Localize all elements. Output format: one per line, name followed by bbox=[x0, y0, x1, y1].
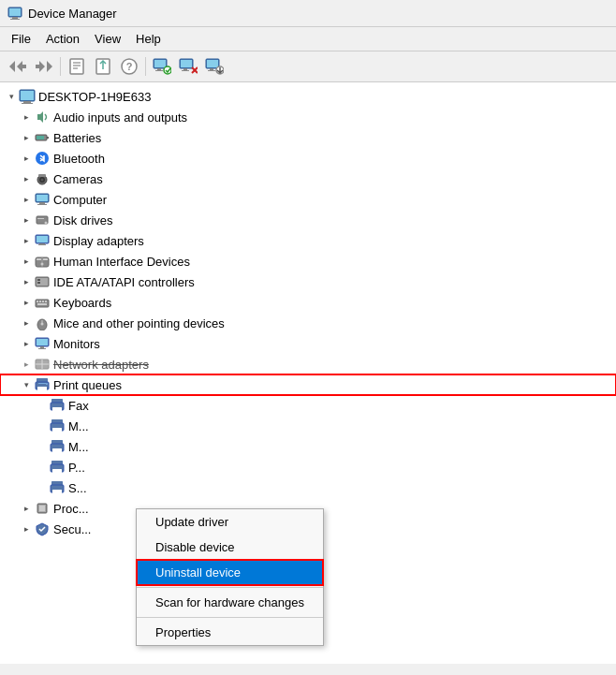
m2-label: M... bbox=[68, 440, 89, 454]
ide-icon bbox=[34, 273, 51, 290]
menu-file[interactable]: File bbox=[4, 29, 38, 49]
root-expand-arrow[interactable] bbox=[4, 89, 19, 104]
toolbar: ? bbox=[0, 51, 616, 82]
processors-expand-arrow[interactable] bbox=[19, 501, 34, 516]
fax-icon bbox=[49, 397, 66, 414]
tree-item-audio[interactable]: Audio inputs and outputs bbox=[0, 107, 616, 127]
computer-icon bbox=[34, 191, 51, 208]
hid-expand-arrow[interactable] bbox=[19, 254, 34, 269]
context-menu-properties[interactable]: Properties bbox=[137, 620, 323, 645]
mice-icon bbox=[34, 315, 51, 331]
tree-item-bluetooth[interactable]: Bluetooth bbox=[0, 148, 616, 169]
network-icon bbox=[34, 356, 51, 373]
monitors-label: Monitors bbox=[53, 337, 100, 351]
tree-item-network[interactable]: Network adapters bbox=[0, 354, 616, 374]
svg-rect-43 bbox=[38, 174, 46, 177]
toolbar-forward-button[interactable] bbox=[32, 54, 56, 79]
menu-help[interactable]: Help bbox=[128, 29, 169, 49]
tree-item-display[interactable]: Display adapters bbox=[0, 230, 616, 251]
tree-item-print[interactable]: Print queues bbox=[0, 374, 616, 395]
hid-icon bbox=[34, 253, 51, 270]
svg-rect-23 bbox=[183, 68, 187, 70]
tree-item-ide[interactable]: IDE ATA/ATAPI controllers bbox=[0, 271, 616, 292]
tree-item-m1[interactable]: M... bbox=[0, 416, 616, 436]
title-bar: Device Manager bbox=[0, 0, 616, 27]
print-expand-arrow[interactable] bbox=[19, 377, 34, 392]
menu-action[interactable]: Action bbox=[38, 29, 87, 49]
cameras-label: Cameras bbox=[53, 172, 103, 186]
window-title: Device Manager bbox=[28, 7, 117, 21]
tree-item-s1[interactable]: S... bbox=[0, 477, 616, 498]
bluetooth-expand-arrow[interactable] bbox=[19, 151, 34, 166]
svg-rect-53 bbox=[39, 243, 45, 244]
tree-item-computer[interactable]: Computer bbox=[0, 189, 616, 210]
svg-rect-88 bbox=[51, 419, 63, 423]
m2-icon bbox=[49, 438, 66, 455]
toolbar-remove-button[interactable] bbox=[176, 54, 200, 79]
tree-root[interactable]: DESKTOP-1H9E633 bbox=[0, 86, 616, 107]
ide-expand-arrow[interactable] bbox=[19, 274, 34, 289]
computer-label: Computer bbox=[53, 193, 107, 207]
bluetooth-label: Bluetooth bbox=[53, 152, 105, 166]
computer-expand-arrow[interactable] bbox=[19, 192, 34, 207]
tree-item-batteries[interactable]: Batteries bbox=[0, 127, 616, 148]
security-expand-arrow[interactable] bbox=[19, 521, 34, 536]
context-menu-uninstall-device[interactable]: Uninstall device bbox=[137, 560, 323, 585]
monitors-expand-arrow[interactable] bbox=[19, 336, 34, 351]
batteries-expand-arrow[interactable] bbox=[19, 130, 34, 145]
security-label: Secu... bbox=[53, 522, 91, 536]
svg-rect-45 bbox=[37, 195, 48, 201]
mice-label: Mice and other pointing devices bbox=[53, 316, 225, 330]
main-content: DESKTOP-1H9E633 Audio inputs and outputs bbox=[0, 82, 616, 664]
svg-rect-52 bbox=[37, 236, 48, 242]
svg-point-49 bbox=[45, 222, 48, 225]
svg-rect-1 bbox=[12, 17, 18, 19]
audio-icon bbox=[34, 109, 51, 125]
tree-item-m2[interactable]: M... bbox=[0, 436, 616, 457]
tree-item-p1[interactable]: P... bbox=[0, 457, 616, 477]
network-expand-arrow[interactable] bbox=[19, 357, 34, 372]
svg-rect-37 bbox=[47, 137, 49, 139]
svg-point-72 bbox=[41, 323, 44, 326]
svg-rect-76 bbox=[38, 348, 46, 349]
context-menu-separator-2 bbox=[137, 617, 323, 618]
cameras-expand-arrow[interactable] bbox=[19, 171, 34, 186]
keyboards-expand-arrow[interactable] bbox=[19, 295, 34, 310]
context-menu-disable-device[interactable]: Disable device bbox=[137, 535, 323, 560]
app-icon bbox=[7, 6, 22, 21]
svg-rect-68 bbox=[45, 301, 47, 302]
tree-item-hid[interactable]: Human Interface Devices bbox=[0, 251, 616, 271]
svg-rect-33 bbox=[21, 91, 34, 100]
toolbar-properties-button[interactable] bbox=[65, 54, 89, 79]
monitors-icon bbox=[34, 335, 51, 352]
context-menu-update-driver[interactable]: Update driver bbox=[137, 509, 323, 535]
batteries-label: Batteries bbox=[53, 131, 101, 145]
toolbar-update-button[interactable] bbox=[91, 54, 115, 79]
svg-rect-65 bbox=[37, 301, 38, 302]
toolbar-install-button[interactable] bbox=[202, 54, 227, 79]
toolbar-back-button[interactable] bbox=[6, 54, 30, 79]
disk-expand-arrow[interactable] bbox=[19, 213, 34, 227]
tree-item-monitors[interactable]: Monitors bbox=[0, 333, 616, 354]
context-menu-scan-changes[interactable]: Scan for hardware changes bbox=[137, 590, 323, 615]
tree-item-cameras[interactable]: Cameras bbox=[0, 169, 616, 189]
svg-rect-69 bbox=[37, 303, 47, 305]
svg-rect-24 bbox=[182, 70, 189, 71]
svg-rect-50 bbox=[37, 218, 44, 219]
tree-item-mice[interactable]: Mice and other pointing devices bbox=[0, 313, 616, 333]
svg-marker-6 bbox=[36, 61, 45, 72]
menu-view[interactable]: View bbox=[87, 29, 128, 49]
s1-icon bbox=[49, 479, 66, 496]
toolbar-help-button[interactable]: ? bbox=[117, 54, 141, 79]
display-expand-arrow[interactable] bbox=[19, 233, 34, 248]
keyboards-label: Keyboards bbox=[53, 296, 111, 310]
tree-item-disk[interactable]: Disk drives bbox=[0, 210, 616, 230]
svg-rect-17 bbox=[154, 60, 166, 67]
tree-item-keyboards[interactable]: Keyboards bbox=[0, 292, 616, 313]
tree-item-fax[interactable]: Fax bbox=[0, 395, 616, 416]
toolbar-scan-button[interactable] bbox=[150, 54, 174, 79]
audio-expand-arrow[interactable] bbox=[19, 110, 34, 125]
m1-label: M... bbox=[68, 419, 89, 433]
mice-expand-arrow[interactable] bbox=[19, 315, 34, 330]
context-menu-separator-1 bbox=[137, 587, 323, 588]
